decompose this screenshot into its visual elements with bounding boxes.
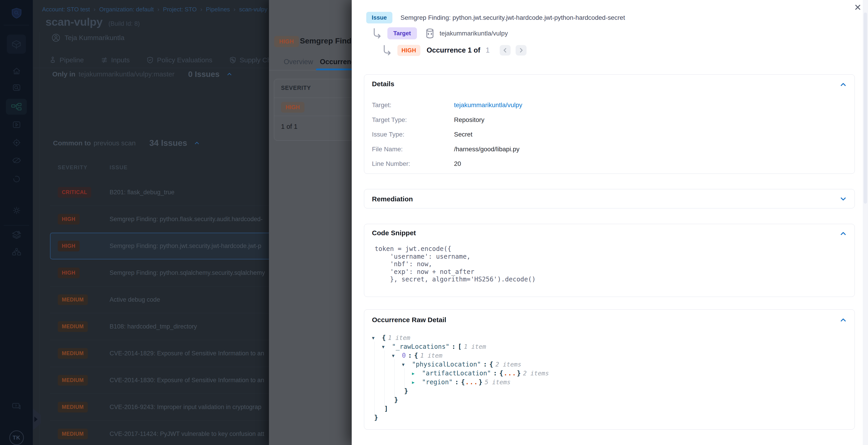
detail-label: Issue Type: (372, 131, 404, 138)
breadcrumb-link[interactable]: Project: STO (163, 6, 197, 13)
tab-label: Policy Evaluations (157, 56, 212, 64)
tab-pipeline[interactable]: Pipeline (49, 52, 84, 68)
target-name: tejakummarikuntla/vulpy (440, 30, 508, 37)
tree-toggle-icon[interactable]: ▼ (372, 335, 380, 340)
severity-badge: MEDIUM (58, 402, 88, 412)
tree-token: ] (384, 405, 388, 412)
tab-overview[interactable]: Overview (284, 58, 313, 66)
issue-title: Semgrep Finding: python.sqlalchemy.secur… (110, 269, 265, 276)
severity-badge: HIGH (58, 214, 80, 225)
tree-token: } (374, 414, 378, 421)
chevron-up-icon[interactable] (193, 139, 201, 147)
tree-toggle-icon[interactable]: ▼ (382, 344, 390, 349)
tree-toggle-icon[interactable]: ▼ (402, 362, 410, 367)
group-only-in[interactable]: Only in tejakummarikuntla/vulpy:master 0… (52, 70, 233, 79)
column-issue: ISSUE (110, 164, 128, 171)
group-label: Only in (52, 70, 75, 78)
avatar-initials: TK (9, 431, 24, 445)
breadcrumb-link[interactable]: Account: STO test (42, 6, 90, 13)
severity-badge: MEDIUM (58, 321, 88, 332)
severity-badge: HIGH (58, 241, 80, 251)
code-snippet-section: Code Snippet token = jwt.encode({ 'usern… (364, 224, 855, 297)
tree-token: "artifactLocation" (422, 369, 491, 377)
json-tree-line: } (372, 413, 551, 422)
target-header-row: Target tejakummarikuntla/vulpy (372, 27, 508, 39)
svg-text:?: ? (15, 404, 17, 408)
detail-value-link[interactable]: tejakummarikuntla/vulpy (454, 101, 522, 109)
chevron-up-icon[interactable] (838, 315, 848, 325)
severity-badge: MEDIUM (58, 294, 88, 305)
sidebar-item-module-selector[interactable] (7, 35, 26, 54)
issue-header-row: Issue Semgrep Finding: python.jwt.securi… (366, 12, 625, 24)
sidebar-item-baselines[interactable] (0, 155, 33, 166)
sidebar-item-tickets[interactable] (0, 174, 33, 184)
section-title: Code Snippet (372, 229, 416, 237)
tab-inputs[interactable]: Inputs (101, 52, 130, 68)
raw-detail-section: Occurrence Raw Detail ▼{1 item▼"_rawLoca… (364, 309, 855, 429)
json-tree-line: ▶"artifactLocation":{...}2 items (372, 369, 551, 378)
tree-token: [ (458, 343, 462, 350)
user-icon (51, 33, 60, 42)
detail-row: File Name:/harness/good/libapi.py (372, 142, 847, 157)
breadcrumb-link[interactable]: scan-vulpy (239, 6, 267, 13)
sidebar-item-executions[interactable] (0, 120, 33, 130)
tree-token: { (461, 378, 465, 386)
tree-token: : (452, 343, 456, 350)
tree-token: "physicalLocation" (412, 361, 481, 368)
previous-occurrence-button[interactable] (500, 45, 510, 56)
tab-occurrences[interactable]: Occurrenc (320, 58, 355, 66)
sidebar-item-default-settings[interactable] (0, 230, 33, 240)
tree-token: } (517, 369, 521, 377)
chevron-up-icon[interactable] (838, 229, 848, 239)
json-tree-line: ▼"physicalLocation":{2 items (372, 360, 551, 369)
tree-token: { (499, 369, 503, 377)
sidebar-item-pipelines[interactable] (6, 99, 27, 115)
group-count: 34 Issues (149, 138, 187, 148)
tab-policy-evaluations[interactable]: Policy Evaluations (147, 52, 212, 68)
detail-row: Line Number:20 (372, 156, 847, 171)
sidebar-item-home[interactable] (0, 66, 33, 76)
issue-title: Semgrep Finding: python.jwt.security.jwt… (110, 242, 261, 249)
breadcrumb-separator-icon: › (157, 6, 159, 13)
severity-badge: HIGH (274, 36, 299, 47)
scrollbar-thumb[interactable] (864, 12, 867, 204)
tree-token: : (455, 378, 459, 386)
tree-token: 2 items (495, 361, 521, 368)
severity-badge: MEDIUM (58, 428, 88, 439)
sidebar-item-targets[interactable] (0, 138, 33, 148)
sidebar-item-overview[interactable] (0, 83, 33, 93)
sidebar-item-settings-gear-icon[interactable] (0, 205, 33, 215)
chevron-down-icon[interactable] (838, 194, 848, 204)
group-common[interactable]: Common to previous scan 34 Issues (53, 138, 201, 148)
next-occurrence-button[interactable] (516, 45, 527, 56)
scrollbar-track[interactable] (863, 0, 868, 445)
breadcrumb-link[interactable]: Pipelines (206, 6, 230, 13)
chevron-up-icon[interactable] (838, 80, 848, 90)
tree-toggle-icon[interactable]: ▶ (412, 380, 420, 385)
group-sublabel: previous scan (94, 139, 136, 147)
severity-badge: HIGH (58, 268, 80, 278)
issue-title: CVE-2016-9243: Improper input validation… (110, 404, 261, 411)
user-name: Teja Kummarikuntla (65, 34, 124, 41)
policy-icon (147, 56, 154, 64)
issue-title: CVE-2014-1830: Exposure of Sensitive Inf… (110, 377, 264, 384)
section-title: Remediation (372, 195, 413, 203)
tree-token: "_rawLocations" (392, 343, 450, 350)
tree-token: ... (465, 378, 478, 386)
severity-badge[interactable]: HIGH (281, 102, 304, 113)
user-avatar[interactable]: TK (0, 431, 33, 445)
json-tree-line: ▼"_rawLocations":[1 item (372, 342, 551, 351)
breadcrumb-separator-icon: › (234, 6, 236, 13)
sidebar-item-governance[interactable] (0, 247, 33, 257)
chevron-up-icon[interactable] (225, 70, 233, 78)
tree-token: } (478, 378, 483, 386)
sidebar-item-help[interactable]: ? (0, 401, 33, 411)
breadcrumb-link[interactable]: Organization: default (99, 6, 154, 13)
tree-toggle-icon[interactable]: ▼ (392, 353, 400, 358)
close-icon[interactable] (852, 1, 864, 13)
tree-token: ... (503, 369, 517, 377)
tree-token: } (404, 387, 408, 395)
harness-sto-logo-icon (0, 7, 33, 20)
tree-toggle-icon[interactable]: ▶ (412, 371, 420, 376)
section-title: Details (372, 80, 394, 88)
